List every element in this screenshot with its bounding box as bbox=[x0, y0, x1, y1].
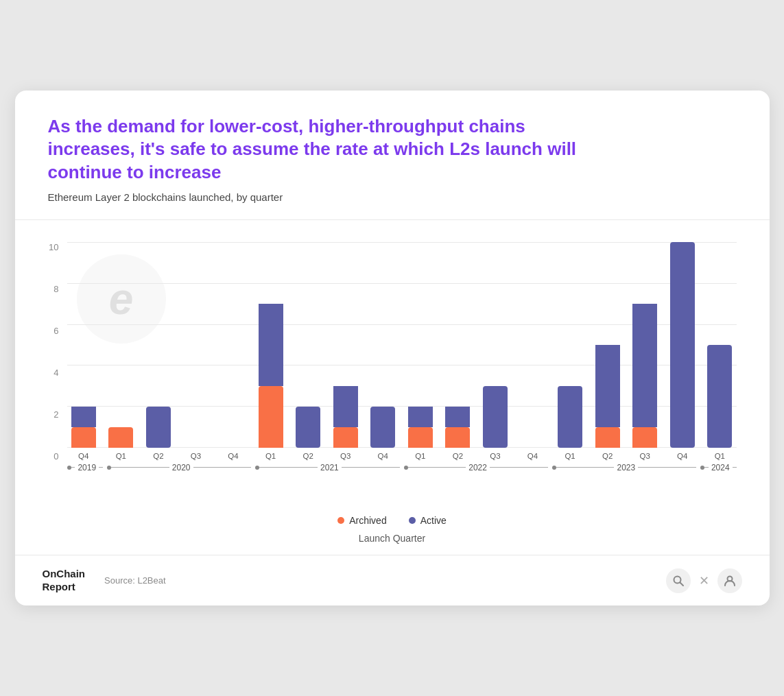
y-label-0: 0 bbox=[54, 451, 58, 461]
x-label-12: Q4 bbox=[516, 452, 549, 460]
y-label-2: 2 bbox=[54, 409, 58, 420]
y-label-8: 8 bbox=[54, 284, 58, 294]
x-label-1: Q1 bbox=[104, 452, 138, 460]
archived-segment bbox=[445, 427, 470, 448]
archived-segment bbox=[408, 427, 433, 448]
x-label-8: Q4 bbox=[366, 452, 400, 460]
active-segment bbox=[445, 407, 470, 427]
x-label-2: Q2 bbox=[142, 452, 176, 460]
year-line-right bbox=[733, 467, 737, 468]
search-icon[interactable] bbox=[666, 568, 691, 593]
quarter-label: Q3 bbox=[490, 452, 500, 460]
year-block-2019: 2019 bbox=[67, 463, 104, 472]
year-label: 2023 bbox=[614, 463, 638, 472]
x-axis-row: Q4Q1Q2Q3Q4Q1Q2Q3Q4Q1Q2Q3Q4Q1Q2Q3Q4Q1 bbox=[67, 452, 737, 460]
chart-wrapper: 10 8 6 4 2 0 bbox=[48, 242, 737, 503]
x-label-5: Q1 bbox=[254, 452, 287, 460]
active-segment bbox=[483, 386, 508, 448]
archived-segment bbox=[71, 427, 96, 448]
x-label-0: Q4 bbox=[67, 452, 101, 460]
close-icon[interactable]: ✕ bbox=[699, 573, 709, 588]
x-label-4: Q4 bbox=[217, 452, 250, 460]
year-block-2023: 2023 bbox=[552, 463, 696, 472]
year-line-right bbox=[193, 467, 252, 468]
year-label: 2022 bbox=[466, 463, 490, 472]
quarter-label: Q4 bbox=[527, 452, 538, 460]
active-dot bbox=[409, 517, 416, 524]
main-card: As the demand for lower-cost, higher-thr… bbox=[15, 91, 770, 606]
x-label-13: Q1 bbox=[554, 452, 587, 460]
quarter-label: Q4 bbox=[378, 452, 388, 460]
year-line-left bbox=[259, 467, 318, 468]
x-label-10: Q2 bbox=[441, 452, 475, 460]
archived-dot bbox=[337, 517, 344, 524]
bar-group-Q4-2023 bbox=[666, 242, 700, 448]
card-subtitle: Ethereum Layer 2 blockchains launched, b… bbox=[48, 191, 737, 203]
active-segment bbox=[296, 407, 320, 448]
bar-group-Q2-2020 bbox=[142, 407, 176, 448]
x-label-15: Q3 bbox=[628, 452, 662, 460]
active-segment bbox=[707, 345, 732, 448]
quarter-label: Q2 bbox=[153, 452, 163, 460]
archived-segment bbox=[333, 427, 358, 448]
active-segment bbox=[632, 304, 657, 427]
year-label: 2024 bbox=[709, 463, 733, 472]
bar-group-Q2-2023 bbox=[591, 345, 624, 448]
y-axis: 10 8 6 4 2 0 bbox=[48, 242, 67, 503]
quarter-label: Q1 bbox=[415, 452, 425, 460]
active-segment bbox=[333, 386, 358, 427]
footer-icons: ✕ bbox=[666, 568, 742, 593]
year-label: 2021 bbox=[318, 463, 342, 472]
year-block-2022: 2022 bbox=[404, 463, 548, 472]
bar-group-Q1-2022 bbox=[404, 407, 438, 448]
bar-group-Q1-2023 bbox=[554, 386, 587, 448]
active-segment bbox=[71, 407, 96, 427]
bars-container bbox=[67, 242, 737, 448]
active-segment bbox=[595, 345, 620, 427]
bar-group-Q1-2024 bbox=[703, 345, 737, 448]
archived-label: Archived bbox=[349, 515, 386, 526]
quarter-label: Q2 bbox=[302, 452, 313, 460]
x-label-7: Q3 bbox=[329, 452, 362, 460]
archived-segment bbox=[108, 427, 133, 448]
x-label-9: Q1 bbox=[404, 452, 438, 460]
x-label-16: Q4 bbox=[666, 452, 700, 460]
bar-group-Q4-2019 bbox=[67, 407, 101, 448]
card-footer: OnChain Report Source: L2Beat ✕ bbox=[15, 555, 770, 606]
bar-group-Q4-2021 bbox=[366, 407, 400, 448]
quarter-label: Q2 bbox=[602, 452, 613, 460]
user-icon[interactable] bbox=[717, 568, 742, 593]
quarter-label: Q4 bbox=[677, 452, 687, 460]
x-axis-title: Launch Quarter bbox=[48, 533, 737, 544]
bar-group-Q2-2022 bbox=[441, 407, 475, 448]
year-label: 2020 bbox=[169, 463, 193, 472]
year-line-right bbox=[342, 467, 400, 468]
quarter-label: Q4 bbox=[228, 452, 238, 460]
year-line-left bbox=[111, 467, 169, 468]
x-label-14: Q2 bbox=[591, 452, 624, 460]
quarter-label: Q4 bbox=[78, 452, 88, 460]
quarter-label: Q1 bbox=[116, 452, 126, 460]
chart-inner: Q4Q1Q2Q3Q4Q1Q2Q3Q4Q1Q2Q3Q4Q1Q2Q3Q4Q1 201… bbox=[67, 242, 737, 503]
quarter-label: Q1 bbox=[715, 452, 725, 460]
active-segment bbox=[558, 386, 582, 448]
quarter-label: Q3 bbox=[640, 452, 650, 460]
active-segment bbox=[146, 407, 171, 448]
bar-group-Q3-2021 bbox=[329, 386, 362, 448]
quarter-label: Q3 bbox=[191, 452, 201, 460]
active-segment bbox=[370, 407, 395, 448]
quarter-label: Q1 bbox=[265, 452, 276, 460]
year-line-right bbox=[490, 467, 548, 468]
card-header: As the demand for lower-cost, higher-thr… bbox=[15, 91, 770, 220]
year-block-2020: 2020 bbox=[107, 463, 251, 472]
quarter-label: Q1 bbox=[565, 452, 575, 460]
year-line-right bbox=[638, 467, 696, 468]
active-segment bbox=[670, 242, 695, 448]
legend: Archived Active bbox=[48, 515, 737, 526]
bar-group-Q2-2021 bbox=[292, 407, 325, 448]
archived-segment bbox=[259, 386, 283, 448]
x-label-17: Q1 bbox=[703, 452, 737, 460]
active-label: Active bbox=[420, 515, 447, 526]
x-label-6: Q2 bbox=[292, 452, 325, 460]
year-row-container: 201920202021202220232024 bbox=[67, 463, 737, 472]
